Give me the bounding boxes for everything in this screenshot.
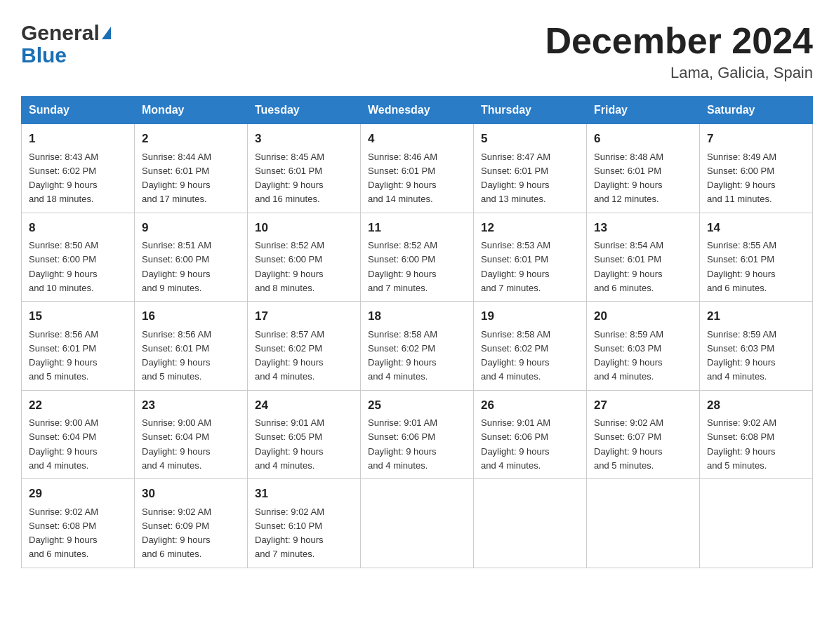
calendar-cell: 28 Sunrise: 9:02 AMSunset: 6:08 PMDaylig… <box>700 390 813 479</box>
calendar-cell: 7 Sunrise: 8:49 AMSunset: 6:00 PMDayligh… <box>700 124 813 213</box>
day-number: 24 <box>255 396 353 415</box>
day-number: 18 <box>368 307 466 326</box>
calendar-body: 1 Sunrise: 8:43 AMSunset: 6:02 PMDayligh… <box>22 124 813 568</box>
day-number: 3 <box>255 130 353 148</box>
calendar-cell: 1 Sunrise: 8:43 AMSunset: 6:02 PMDayligh… <box>22 124 135 213</box>
day-info: Sunrise: 8:58 AMSunset: 6:02 PMDaylight:… <box>368 329 437 382</box>
header-row: Sunday Monday Tuesday Wednesday Thursday… <box>22 97 813 124</box>
col-saturday: Saturday <box>700 97 813 124</box>
col-wednesday: Wednesday <box>361 97 474 124</box>
calendar-cell <box>700 479 813 568</box>
calendar-cell: 12 Sunrise: 8:53 AMSunset: 6:01 PMDaylig… <box>474 213 587 302</box>
day-number: 12 <box>481 219 579 237</box>
col-sunday: Sunday <box>22 97 135 124</box>
day-info: Sunrise: 8:53 AMSunset: 6:01 PMDaylight:… <box>481 240 550 293</box>
calendar-cell: 3 Sunrise: 8:45 AMSunset: 6:01 PMDayligh… <box>248 124 361 213</box>
calendar-cell: 6 Sunrise: 8:48 AMSunset: 6:01 PMDayligh… <box>587 124 700 213</box>
day-info: Sunrise: 8:44 AMSunset: 6:01 PMDaylight:… <box>142 152 211 205</box>
calendar-cell: 14 Sunrise: 8:55 AMSunset: 6:01 PMDaylig… <box>700 213 813 302</box>
day-info: Sunrise: 8:54 AMSunset: 6:01 PMDaylight:… <box>594 240 663 293</box>
day-info: Sunrise: 9:02 AMSunset: 6:08 PMDaylight:… <box>29 507 98 560</box>
day-number: 22 <box>29 396 127 415</box>
day-number: 6 <box>594 130 692 148</box>
day-info: Sunrise: 8:56 AMSunset: 6:01 PMDaylight:… <box>29 329 98 382</box>
location-text: Lama, Galicia, Spain <box>545 64 813 82</box>
calendar-cell: 30 Sunrise: 9:02 AMSunset: 6:09 PMDaylig… <box>135 479 248 568</box>
day-number: 19 <box>481 307 579 326</box>
calendar-cell: 10 Sunrise: 8:52 AMSunset: 6:00 PMDaylig… <box>248 213 361 302</box>
day-info: Sunrise: 9:02 AMSunset: 6:10 PMDaylight:… <box>255 507 324 560</box>
day-info: Sunrise: 9:02 AMSunset: 6:08 PMDaylight:… <box>707 417 776 471</box>
logo-blue-text: Blue <box>21 43 111 67</box>
calendar-cell: 23 Sunrise: 9:00 AMSunset: 6:04 PMDaylig… <box>135 390 248 479</box>
day-info: Sunrise: 8:51 AMSunset: 6:00 PMDaylight:… <box>142 240 211 293</box>
day-info: Sunrise: 9:00 AMSunset: 6:04 PMDaylight:… <box>29 417 98 471</box>
calendar-cell: 8 Sunrise: 8:50 AMSunset: 6:00 PMDayligh… <box>22 213 135 302</box>
day-info: Sunrise: 9:01 AMSunset: 6:06 PMDaylight:… <box>368 417 437 471</box>
logo: General Blue <box>21 21 111 67</box>
col-monday: Monday <box>135 97 248 124</box>
day-number: 7 <box>707 130 805 148</box>
calendar-cell: 4 Sunrise: 8:46 AMSunset: 6:01 PMDayligh… <box>361 124 474 213</box>
calendar-cell <box>361 479 474 568</box>
day-number: 4 <box>368 130 466 148</box>
day-info: Sunrise: 8:47 AMSunset: 6:01 PMDaylight:… <box>481 152 550 205</box>
calendar-cell: 24 Sunrise: 9:01 AMSunset: 6:05 PMDaylig… <box>248 390 361 479</box>
calendar-cell: 16 Sunrise: 8:56 AMSunset: 6:01 PMDaylig… <box>135 302 248 391</box>
day-number: 21 <box>707 307 805 326</box>
day-info: Sunrise: 9:01 AMSunset: 6:05 PMDaylight:… <box>255 417 324 471</box>
calendar-cell: 19 Sunrise: 8:58 AMSunset: 6:02 PMDaylig… <box>474 302 587 391</box>
day-number: 20 <box>594 307 692 326</box>
calendar-week-5: 29 Sunrise: 9:02 AMSunset: 6:08 PMDaylig… <box>22 479 813 568</box>
day-info: Sunrise: 8:52 AMSunset: 6:00 PMDaylight:… <box>368 240 437 293</box>
day-number: 10 <box>255 219 353 237</box>
day-number: 5 <box>481 130 579 148</box>
day-info: Sunrise: 8:50 AMSunset: 6:00 PMDaylight:… <box>29 240 98 293</box>
calendar-cell: 25 Sunrise: 9:01 AMSunset: 6:06 PMDaylig… <box>361 390 474 479</box>
calendar-header: Sunday Monday Tuesday Wednesday Thursday… <box>22 97 813 124</box>
day-info: Sunrise: 8:58 AMSunset: 6:02 PMDaylight:… <box>481 329 550 382</box>
calendar-cell: 11 Sunrise: 8:52 AMSunset: 6:00 PMDaylig… <box>361 213 474 302</box>
calendar-cell: 27 Sunrise: 9:02 AMSunset: 6:07 PMDaylig… <box>587 390 700 479</box>
calendar-cell: 9 Sunrise: 8:51 AMSunset: 6:00 PMDayligh… <box>135 213 248 302</box>
day-number: 13 <box>594 219 692 237</box>
day-info: Sunrise: 9:02 AMSunset: 6:09 PMDaylight:… <box>142 507 211 560</box>
calendar-week-1: 1 Sunrise: 8:43 AMSunset: 6:02 PMDayligh… <box>22 124 813 213</box>
calendar-cell: 29 Sunrise: 9:02 AMSunset: 6:08 PMDaylig… <box>22 479 135 568</box>
day-info: Sunrise: 8:49 AMSunset: 6:00 PMDaylight:… <box>707 152 776 205</box>
calendar-cell: 2 Sunrise: 8:44 AMSunset: 6:01 PMDayligh… <box>135 124 248 213</box>
day-number: 14 <box>707 219 805 237</box>
day-info: Sunrise: 8:57 AMSunset: 6:02 PMDaylight:… <box>255 329 324 382</box>
logo-arrow-icon <box>102 27 111 39</box>
day-number: 26 <box>481 396 579 415</box>
day-number: 29 <box>29 485 127 503</box>
day-number: 25 <box>368 396 466 415</box>
calendar-cell: 22 Sunrise: 9:00 AMSunset: 6:04 PMDaylig… <box>22 390 135 479</box>
calendar-week-4: 22 Sunrise: 9:00 AMSunset: 6:04 PMDaylig… <box>22 390 813 479</box>
col-tuesday: Tuesday <box>248 97 361 124</box>
day-number: 2 <box>142 130 240 148</box>
day-number: 27 <box>594 396 692 415</box>
day-number: 11 <box>368 219 466 237</box>
day-info: Sunrise: 8:46 AMSunset: 6:01 PMDaylight:… <box>368 152 437 205</box>
logo-general-text: General <box>21 21 100 45</box>
title-section: December 2024 Lama, Galicia, Spain <box>545 21 813 82</box>
day-info: Sunrise: 8:52 AMSunset: 6:00 PMDaylight:… <box>255 240 324 293</box>
day-info: Sunrise: 8:48 AMSunset: 6:01 PMDaylight:… <box>594 152 663 205</box>
calendar-cell: 21 Sunrise: 8:59 AMSunset: 6:03 PMDaylig… <box>700 302 813 391</box>
day-number: 9 <box>142 219 240 237</box>
day-info: Sunrise: 8:59 AMSunset: 6:03 PMDaylight:… <box>707 329 776 382</box>
day-info: Sunrise: 8:55 AMSunset: 6:01 PMDaylight:… <box>707 240 776 293</box>
col-friday: Friday <box>587 97 700 124</box>
calendar-cell: 15 Sunrise: 8:56 AMSunset: 6:01 PMDaylig… <box>22 302 135 391</box>
day-number: 28 <box>707 396 805 415</box>
calendar-week-2: 8 Sunrise: 8:50 AMSunset: 6:00 PMDayligh… <box>22 213 813 302</box>
page-header: General Blue December 2024 Lama, Galicia… <box>21 21 813 82</box>
calendar-week-3: 15 Sunrise: 8:56 AMSunset: 6:01 PMDaylig… <box>22 302 813 391</box>
calendar-cell: 18 Sunrise: 8:58 AMSunset: 6:02 PMDaylig… <box>361 302 474 391</box>
day-info: Sunrise: 8:59 AMSunset: 6:03 PMDaylight:… <box>594 329 663 382</box>
calendar-cell: 5 Sunrise: 8:47 AMSunset: 6:01 PMDayligh… <box>474 124 587 213</box>
day-number: 8 <box>29 219 127 237</box>
day-number: 16 <box>142 307 240 326</box>
day-number: 17 <box>255 307 353 326</box>
